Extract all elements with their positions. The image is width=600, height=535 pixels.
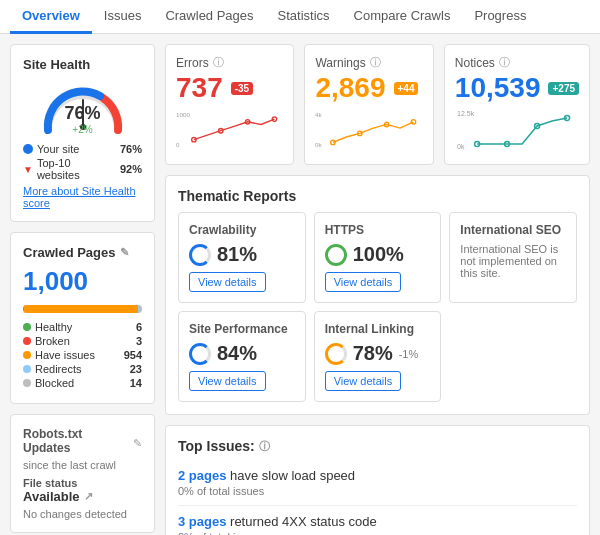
thematic-reports-card: Thematic Reports Crawlability 81% View d… (165, 175, 590, 415)
errors-badge: -35 (231, 82, 253, 95)
more-about-site-health[interactable]: More about Site Health score (23, 185, 142, 209)
issue-1-pages[interactable]: 3 pages (178, 514, 226, 529)
site-performance-circle (189, 343, 211, 365)
notices-badge: +275 (548, 82, 579, 95)
nav-issues[interactable]: Issues (92, 0, 154, 34)
site-health-title: Site Health (23, 57, 142, 72)
issue-0-pages[interactable]: 2 pages (178, 468, 226, 483)
errors-info-icon[interactable]: ⓘ (213, 55, 224, 70)
thematic-crawlability: Crawlability 81% View details (178, 212, 306, 303)
nav-statistics[interactable]: Statistics (266, 0, 342, 34)
nav-progress[interactable]: Progress (462, 0, 538, 34)
crawled-pages-card: Crawled Pages ✎ 1,000 Healthy 6 (10, 232, 155, 404)
right-panel: Errors ⓘ 737 -35 1000 0 (165, 44, 590, 535)
https-circle (325, 244, 347, 266)
val-blocked: 14 (130, 377, 142, 389)
errors-card: Errors ⓘ 737 -35 1000 0 (165, 44, 294, 165)
stat-redirects: Redirects 23 (23, 363, 142, 375)
metrics-row: Errors ⓘ 737 -35 1000 0 (165, 44, 590, 165)
site-performance-score-row: 84% (189, 342, 295, 365)
stat-broken: Broken 3 (23, 335, 142, 347)
svg-point-10 (331, 140, 335, 144)
notices-value: 10,539 (455, 72, 541, 104)
dot-healthy (23, 323, 31, 331)
no-changes-text: No changes detected (23, 508, 142, 520)
notices-label: Notices ⓘ (455, 55, 579, 70)
top10-indicator: ▼ (23, 164, 33, 175)
crawled-stats: Healthy 6 Broken 3 Have issues 954 Redir… (23, 321, 142, 389)
dot-redirects (23, 365, 31, 373)
site-performance-title: Site Performance (189, 322, 295, 336)
https-score-row: 100% (325, 243, 431, 266)
crawlability-score-row: 81% (189, 243, 295, 266)
nav-overview[interactable]: Overview (10, 0, 92, 34)
site-performance-details-btn[interactable]: View details (189, 371, 266, 391)
svg-text:0k: 0k (315, 141, 322, 148)
errors-value-row: 737 -35 (176, 72, 283, 104)
robots-title: Robots.txt Updates (23, 427, 129, 455)
external-link-icon[interactable]: ↗ (84, 490, 93, 503)
warnings-chart: 4k 0k (315, 106, 422, 151)
intl-seo-text: International SEO is not implemented on … (460, 243, 566, 279)
svg-text:0: 0 (176, 141, 180, 148)
warnings-info-icon[interactable]: ⓘ (370, 55, 381, 70)
nav-crawled-pages[interactable]: Crawled Pages (153, 0, 265, 34)
notices-info-icon[interactable]: ⓘ (499, 55, 510, 70)
warnings-value-row: 2,869 +44 (315, 72, 422, 104)
gauge-change: +2% (64, 124, 100, 135)
errors-label: Errors ⓘ (176, 55, 283, 70)
svg-text:12.5k: 12.5k (457, 110, 475, 117)
crawlability-score: 81% (217, 243, 257, 266)
top-issues-title: Top Issues: ⓘ (178, 438, 577, 454)
issue-0-text-content: have slow load speed (230, 468, 355, 483)
stat-healthy: Healthy 6 (23, 321, 142, 333)
progress-bar-inner (23, 305, 142, 313)
nav-compare-crawls[interactable]: Compare Crawls (342, 0, 463, 34)
robots-header: Robots.txt Updates ✎ (23, 427, 142, 459)
warnings-value: 2,869 (315, 72, 385, 104)
dot-blocked (23, 379, 31, 387)
svg-text:1000: 1000 (176, 111, 190, 118)
your-site-dot (23, 144, 33, 154)
val-healthy: 6 (136, 321, 142, 333)
errors-chart: 1000 0 (176, 106, 283, 151)
crawlability-details-btn[interactable]: View details (189, 272, 266, 292)
notices-chart: 12.5k 0k (455, 106, 579, 151)
gauge-center: 76% +2% (64, 103, 100, 135)
progress-bar (23, 305, 142, 313)
legend-top10: ▼ Top-10 websites 92% (23, 157, 142, 181)
val-issues: 954 (124, 349, 142, 361)
errors-value: 737 (176, 72, 223, 104)
notices-value-row: 10,539 +275 (455, 72, 579, 104)
https-details-btn[interactable]: View details (325, 272, 402, 292)
https-title: HTTPS (325, 223, 431, 237)
top-issues-info-icon[interactable]: ⓘ (259, 439, 270, 454)
gauge-percent: 76% (64, 103, 100, 124)
top10-val: 92% (120, 163, 142, 175)
internal-linking-details-btn[interactable]: View details (325, 371, 402, 391)
issue-row-0: 2 pages have slow load speed 0% of total… (178, 460, 577, 506)
left-panel: Site Health 76% +2% (10, 44, 155, 535)
crawled-pages-title: Crawled Pages ✎ (23, 245, 142, 260)
internal-linking-title: Internal Linking (325, 322, 431, 336)
robots-edit-icon[interactable]: ✎ (133, 437, 142, 450)
dot-issues (23, 351, 31, 359)
issue-0-pct: 0% of total issues (178, 485, 577, 497)
crawlability-title: Crawlability (189, 223, 295, 237)
robots-card: Robots.txt Updates ✎ since the last craw… (10, 414, 155, 533)
crawlability-circle (189, 244, 211, 266)
your-site-label: Your site (37, 143, 116, 155)
stat-issues: Have issues 954 (23, 349, 142, 361)
https-score: 100% (353, 243, 404, 266)
internal-linking-score-row: 78% -1% (325, 342, 431, 365)
val-redirects: 23 (130, 363, 142, 375)
main-layout: Site Health 76% +2% (0, 34, 600, 535)
val-broken: 3 (136, 335, 142, 347)
site-health-card: Site Health 76% +2% (10, 44, 155, 222)
thematic-reports-title: Thematic Reports (178, 188, 577, 204)
dot-broken (23, 337, 31, 345)
edit-icon[interactable]: ✎ (120, 246, 129, 259)
notices-card: Notices ⓘ 10,539 +275 12.5k 0k (444, 44, 590, 165)
top-issues-card: Top Issues: ⓘ 2 pages have slow load spe… (165, 425, 590, 535)
file-status-val: Available ↗ (23, 489, 142, 504)
